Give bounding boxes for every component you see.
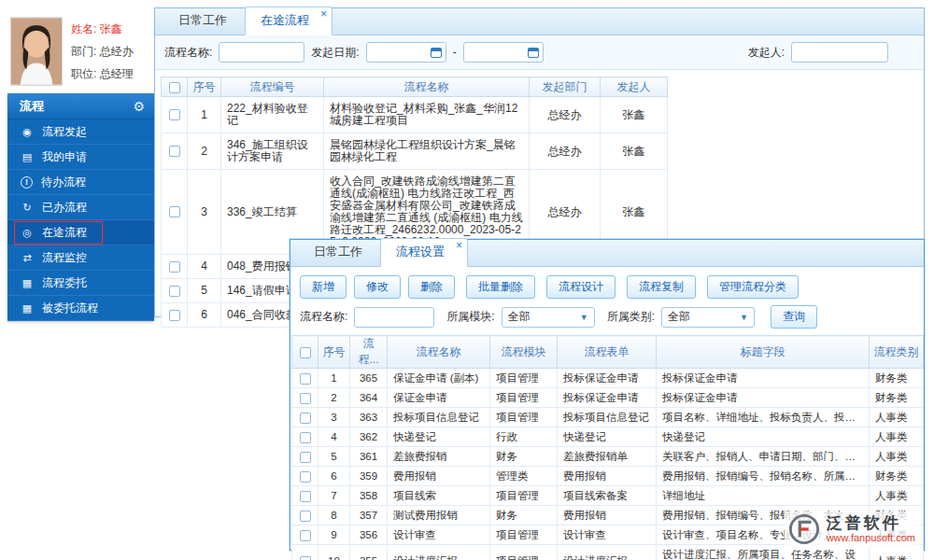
start-date-to-input[interactable] (463, 42, 544, 63)
row-checkbox[interactable] (169, 146, 180, 157)
sidebar-item-completed-flows[interactable]: ↻ 已办流程 (7, 195, 154, 220)
table-row[interactable]: 2 364 保证金申请 项目管理 投标保证金申请 投标保证金申请 财务类 (292, 388, 924, 408)
cell-dept: 总经办 (530, 97, 601, 133)
category-select[interactable]: 全部 ▼ (661, 307, 755, 328)
profile-title: 职位: 总经理 (71, 66, 134, 82)
row-checkbox[interactable] (169, 286, 180, 297)
cell-code: 363 (350, 408, 388, 427)
row-checkbox[interactable] (300, 393, 311, 404)
start-date-label: 发起日期: (311, 45, 359, 61)
add-button[interactable]: 新增 (300, 275, 347, 299)
row-checkbox[interactable] (300, 556, 311, 560)
select-all-checkbox[interactable] (169, 82, 180, 93)
row-checkbox[interactable] (300, 471, 311, 483)
cell-form: 投标保证金申请 (558, 388, 657, 408)
cell-seq: 4 (188, 255, 221, 279)
watermark-url: www.fanpusoft.com (827, 532, 915, 544)
module-select[interactable]: 全部 ▼ (502, 307, 595, 328)
close-tab-icon[interactable]: × (456, 240, 462, 251)
row-checkbox[interactable] (169, 310, 180, 321)
in-transit-flows-icon: ◎ (21, 227, 34, 239)
sender-input[interactable] (791, 42, 888, 63)
row-checkbox[interactable] (169, 261, 180, 273)
table-row[interactable]: 4 362 快递登记 行政 快递登记 快递登记 人事类 (292, 427, 924, 447)
cell-title-fields: 项目名称、详细地址、投标负责人、投标日期 (657, 408, 870, 427)
flow-design-button[interactable]: 流程设计 (546, 275, 616, 299)
cell-code: 361 (350, 447, 388, 467)
cell-seq: 2 (188, 133, 221, 170)
sidebar-item-my-applications[interactable]: ▤ 我的申请 (7, 145, 154, 170)
category-selected-value: 全部 (668, 309, 690, 325)
tab-flow-settings[interactable]: 流程设置 × (380, 238, 468, 267)
sidebar-item-label: 已办流程 (42, 200, 87, 216)
gear-icon[interactable]: ⚙ (133, 99, 145, 114)
sidebar-item-label: 流程监控 (42, 250, 87, 266)
batch-delete-button[interactable]: 批量删除 (466, 275, 535, 299)
table-row[interactable]: 1 365 保证金申请 (副本) 项目管理 投标保证金申请 投标保证金申请 财务… (292, 369, 924, 388)
cell-form: 费用报销 (558, 467, 657, 486)
flow-name-label: 流程名称: (164, 45, 212, 61)
cell-sender: 张鑫 (601, 133, 668, 170)
tab-daily-work[interactable]: 日常工作 (299, 239, 377, 266)
date-range-separator: - (453, 46, 457, 59)
row-checkbox[interactable] (300, 432, 311, 443)
tab-daily-work[interactable]: 日常工作 (163, 7, 242, 35)
cell-category: 财务类 (870, 388, 924, 408)
col-form: 流程表单 (558, 336, 657, 369)
chevron-down-icon: ▼ (740, 313, 748, 322)
table-row[interactable]: 6 359 费用报销 管理类 费用报销 费用报销、报销编号、报销名称、所属项目 … (292, 467, 924, 486)
row-checkbox[interactable] (300, 413, 311, 424)
main-filter-bar: 流程名称: 发起日期: - 发起人: (155, 35, 924, 70)
row-checkbox[interactable] (169, 206, 180, 217)
watermark: 泛普软件 www.fanpusoft.com (785, 511, 919, 547)
module-label: 所属模块: (446, 309, 494, 325)
flow-copy-button[interactable]: 流程复制 (627, 275, 696, 299)
cell-title-fields: 投标保证金申请 (657, 369, 870, 388)
cell-name: 保证金申请 (388, 388, 490, 408)
sidebar-item-pending-flows[interactable]: ! 待办流程 (7, 170, 154, 195)
row-checkbox[interactable] (300, 452, 311, 463)
cell-module: 项目管理 (490, 388, 558, 408)
cell-form: 投标项目信息登记 (558, 408, 657, 427)
table-row[interactable]: 2 346_施工组织设计方案申请 晨铭园林绿化工程组织设计方案_晨铭园林绿化工程… (162, 133, 668, 170)
cell-name: 费用报销 (388, 467, 490, 486)
table-row[interactable]: 7 358 项目线索 项目管理 项目线索备案 详细地址 人事类 (292, 486, 924, 506)
row-checkbox[interactable] (169, 109, 180, 120)
sender-label: 发起人: (748, 45, 785, 61)
table-header-row: 序号 流程编号 流程名称 发起部门 发起人 (162, 77, 668, 97)
close-tab-icon[interactable]: × (320, 8, 327, 20)
flow-name-input[interactable] (354, 307, 434, 328)
sidebar-item-flow-delegate[interactable]: ▦ 流程委托 (7, 271, 154, 296)
cell-code: 355 (350, 545, 388, 560)
table-row[interactable]: 1 222_材料验收登记 材料验收登记_材料采购_张鑫_华润12城房建工程项目 … (162, 97, 668, 133)
row-checkbox[interactable] (300, 530, 311, 541)
sidebar-item-delegated-flows[interactable]: ▦ 被委托流程 (7, 296, 154, 321)
select-all-checkbox[interactable] (300, 347, 311, 358)
selected-item-highlight: ◎ 在途流程 (14, 221, 103, 245)
table-row[interactable]: 3 363 投标项目信息登记 项目管理 投标项目信息登记 项目名称、详细地址、投… (292, 408, 924, 427)
flow-settings-window: 日常工作 流程设置 × 新增 修改 删除 批量删除 流程设计 流程复制 管理流程… (290, 239, 925, 551)
flow-name-input[interactable] (219, 42, 304, 63)
sidebar-item-initiate-flow[interactable]: ◉ 流程发起 (7, 119, 154, 145)
start-date-from-input[interactable] (366, 42, 446, 63)
row-checkbox[interactable] (300, 511, 311, 522)
manage-flow-category-button[interactable]: 管理流程分类 (707, 275, 799, 299)
flow-settings-toolbar: 新增 修改 删除 批量删除 流程设计 流程复制 管理流程分类 (290, 267, 924, 304)
cell-module: 项目管理 (490, 486, 558, 506)
my-applications-icon: ▤ (21, 151, 34, 163)
delete-button[interactable]: 删除 (408, 275, 455, 299)
cell-title-fields: 详细地址 (657, 486, 870, 506)
edit-button[interactable]: 修改 (354, 275, 401, 299)
tab-in-transit-flows[interactable]: 在途流程 × (245, 7, 333, 35)
front-filter-bar: 流程名称: 所属模块: 全部 ▼ 所属类别: 全部 ▼ 查询 (290, 304, 924, 335)
cell-seq: 8 (318, 506, 350, 525)
cell-category: 人事类 (870, 408, 924, 427)
row-checkbox[interactable] (300, 373, 311, 385)
table-row[interactable]: 5 361 差旅费报销 财务 差旅费报销单 关联客户、报销人、申请日期、部门、报… (292, 447, 924, 467)
sidebar-item-flow-monitor[interactable]: ⇄ 流程监控 (7, 245, 154, 271)
row-checkbox[interactable] (300, 491, 311, 502)
sidebar-item-in-transit-flows[interactable]: ◎ 在途流程 (7, 220, 154, 245)
search-button[interactable]: 查询 (771, 305, 817, 329)
cell-title-fields: 关联客户、报销人、申请日期、部门、报销合计 (657, 447, 870, 467)
initiate-flow-icon: ◉ (21, 126, 34, 138)
